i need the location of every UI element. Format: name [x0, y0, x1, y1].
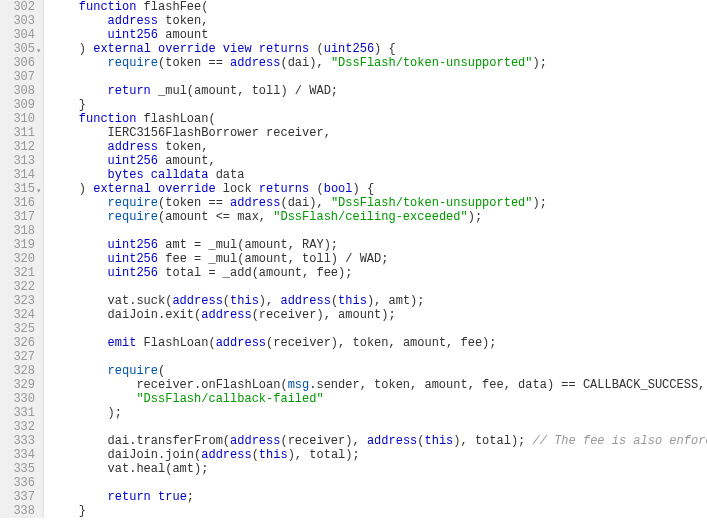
line-number: 334 [4, 448, 35, 462]
line-number: 302 [4, 0, 35, 14]
code-line[interactable]: require(token == address(dai), "DssFlash… [50, 56, 707, 70]
line-number: 322 [4, 280, 35, 294]
line-number: 320 [4, 252, 35, 266]
code-line[interactable]: uint256 fee = _mul(amount, toll) / WAD; [50, 252, 707, 266]
code-line[interactable]: function flashFee( [50, 0, 707, 14]
code-line[interactable] [50, 420, 707, 434]
line-number: 318 [4, 224, 35, 238]
line-number: 337 [4, 490, 35, 504]
code-line[interactable]: return true; [50, 490, 707, 504]
line-number: 314 [4, 168, 35, 182]
line-number: 313 [4, 154, 35, 168]
line-number: 317 [4, 210, 35, 224]
line-number: 323 [4, 294, 35, 308]
code-line[interactable]: address token, [50, 14, 707, 28]
line-number: 316 [4, 196, 35, 210]
line-number: 312 [4, 140, 35, 154]
code-line[interactable] [50, 280, 707, 294]
code-line[interactable]: ) external override view returns (uint25… [50, 42, 707, 56]
code-line[interactable]: } [50, 504, 707, 518]
code-line[interactable] [50, 322, 707, 336]
line-number: 335 [4, 462, 35, 476]
code-line[interactable]: dai.transferFrom(address(receiver), addr… [50, 434, 707, 448]
line-number: 307 [4, 70, 35, 84]
code-line[interactable]: receiver.onFlashLoan(msg.sender, token, … [50, 378, 707, 392]
code-line[interactable]: ); [50, 406, 707, 420]
line-number: 304 [4, 28, 35, 42]
code-line[interactable]: address token, [50, 140, 707, 154]
line-number-gutter: 302303304305▾306307308309310311312313314… [0, 0, 44, 518]
line-number: 332 [4, 420, 35, 434]
code-line[interactable] [50, 476, 707, 490]
line-number: 308 [4, 84, 35, 98]
line-number: 319 [4, 238, 35, 252]
code-line[interactable]: bytes calldata data [50, 168, 707, 182]
code-line[interactable]: emit FlashLoan(address(receiver), token,… [50, 336, 707, 350]
line-number: 310 [4, 112, 35, 126]
code-line[interactable]: daiJoin.join(address(this), total); [50, 448, 707, 462]
code-line[interactable] [50, 224, 707, 238]
fold-toggle-icon[interactable]: ▾ [36, 44, 41, 58]
code-line[interactable]: ) external override lock returns (bool) … [50, 182, 707, 196]
code-line[interactable]: require( [50, 364, 707, 378]
code-line[interactable]: "DssFlash/callback-failed" [50, 392, 707, 406]
line-number: 333 [4, 434, 35, 448]
line-number: 309 [4, 98, 35, 112]
code-line[interactable]: uint256 amt = _mul(amount, RAY); [50, 238, 707, 252]
line-number: 315▾ [4, 182, 35, 196]
line-number: 325 [4, 322, 35, 336]
line-number: 324 [4, 308, 35, 322]
code-line[interactable]: } [50, 98, 707, 112]
line-number: 328 [4, 364, 35, 378]
code-line[interactable]: require(token == address(dai), "DssFlash… [50, 196, 707, 210]
line-number: 305▾ [4, 42, 35, 56]
line-number: 311 [4, 126, 35, 140]
code-line[interactable] [50, 70, 707, 84]
code-line[interactable]: function flashLoan( [50, 112, 707, 126]
line-number: 331 [4, 406, 35, 420]
line-number: 306 [4, 56, 35, 70]
code-line[interactable]: daiJoin.exit(address(receiver), amount); [50, 308, 707, 322]
code-line[interactable]: return _mul(amount, toll) / WAD; [50, 84, 707, 98]
fold-toggle-icon[interactable]: ▾ [36, 184, 41, 198]
code-line[interactable]: require(amount <= max, "DssFlash/ceiling… [50, 210, 707, 224]
code-line[interactable]: vat.suck(address(this), address(this), a… [50, 294, 707, 308]
code-line[interactable]: uint256 total = _add(amount, fee); [50, 266, 707, 280]
code-line[interactable]: IERC3156FlashBorrower receiver, [50, 126, 707, 140]
line-number: 327 [4, 350, 35, 364]
line-number: 326 [4, 336, 35, 350]
code-line[interactable]: uint256 amount, [50, 154, 707, 168]
line-number: 303 [4, 14, 35, 28]
line-number: 336 [4, 476, 35, 490]
code-line[interactable]: uint256 amount [50, 28, 707, 42]
code-line[interactable] [50, 350, 707, 364]
line-number: 329 [4, 378, 35, 392]
line-number: 338 [4, 504, 35, 518]
line-number: 321 [4, 266, 35, 280]
code-line[interactable]: vat.heal(amt); [50, 462, 707, 476]
line-number: 330 [4, 392, 35, 406]
code-editor-content[interactable]: function flashFee( address token, uint25… [44, 0, 707, 518]
